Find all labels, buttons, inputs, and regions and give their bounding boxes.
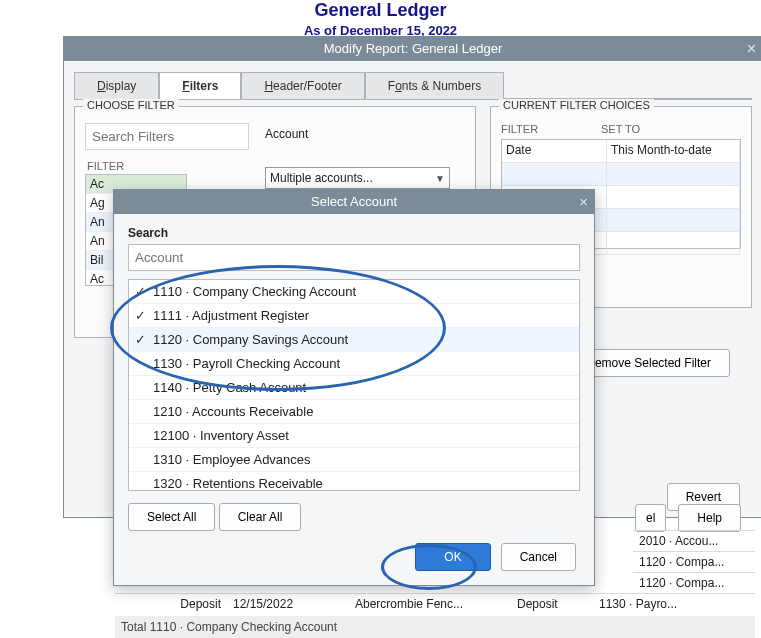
account-label: 1110 · Company Checking Account (153, 284, 356, 299)
account-label: 1320 · Retentions Receivable (153, 476, 323, 491)
checkmark-icon: ✓ (135, 332, 153, 347)
tx-type: Deposit (115, 597, 227, 611)
tab-filters[interactable]: Filters (159, 72, 241, 99)
tx-cell: 1120 · Compa... (633, 572, 755, 593)
account-label: 12100 · Inventory Asset (153, 428, 289, 443)
account-label: 1111 · Adjustment Register (153, 308, 309, 323)
checkmark-icon: ✓ (135, 308, 153, 323)
close-icon[interactable]: × (579, 190, 588, 214)
account-list-item[interactable]: 1320 · Retentions Receivable (129, 472, 579, 491)
tx-type2: Deposit (511, 597, 593, 611)
search-filters-input[interactable] (85, 123, 249, 150)
filter-list-header: FILTER (87, 160, 249, 172)
modify-report-titlebar: Modify Report: General Ledger × (64, 37, 761, 61)
tx-total-row: Total 1110 · Company Checking Account (115, 616, 755, 638)
select-account-titlebar: Select Account × (114, 190, 594, 214)
select-account-title-text: Select Account (311, 194, 397, 209)
account-search-input[interactable] (128, 244, 580, 271)
account-label: 1140 · Petty Cash Account (153, 380, 306, 395)
chevron-down-icon: ▼ (435, 173, 445, 184)
choice-filter-value[interactable]: This Month-to-date (607, 140, 740, 163)
choices-header-filter: FILTER (501, 123, 601, 135)
account-list-item[interactable]: 1210 · Accounts Receivable (129, 400, 579, 424)
report-title: General Ledger (0, 0, 761, 21)
account-label: 1120 · Company Savings Account (153, 332, 348, 347)
choices-header-setto: SET TO (601, 123, 640, 135)
clear-all-button[interactable]: Clear All (219, 503, 302, 531)
account-list-item[interactable]: 1130 · Payroll Checking Account (129, 352, 579, 376)
close-icon[interactable]: × (747, 37, 756, 61)
modify-report-title-text: Modify Report: General Ledger (324, 41, 502, 56)
account-label: 1210 · Accounts Receivable (153, 404, 313, 419)
account-list-item[interactable]: 1310 · Employee Advances (129, 448, 579, 472)
help-button[interactable]: Help (678, 504, 741, 532)
cancel-button-bg[interactable]: el (635, 504, 666, 532)
account-list-item[interactable]: 1140 · Petty Cash Account (129, 376, 579, 400)
search-label: Search (128, 226, 580, 240)
tx-acct: 1130 · Payro... (593, 597, 715, 611)
tab-display[interactable]: DDisplayisplay (74, 72, 159, 99)
cancel-button[interactable]: Cancel (501, 543, 576, 571)
checkmark-icon: ✓ (135, 284, 153, 299)
tab-fonts-numbers[interactable]: Fonts & Numbers (365, 72, 504, 99)
ok-button[interactable]: OK (415, 543, 490, 571)
tx-cell: 1120 · Compa... (633, 551, 755, 572)
tab-strip: DDisplayisplay Filters Header/Footer Fon… (74, 71, 752, 100)
tx-date: 12/15/2022 (227, 597, 349, 611)
account-list[interactable]: ✓1110 · Company Checking Account✓1111 · … (128, 279, 580, 491)
account-label: 1310 · Employee Advances (153, 452, 311, 467)
account-list-item[interactable]: ✓1111 · Adjustment Register (129, 304, 579, 328)
tab-header-footer[interactable]: Header/Footer (241, 72, 364, 99)
account-combo[interactable]: Multiple accounts... ▼ (265, 167, 450, 189)
choice-filter-name[interactable]: Date (502, 140, 607, 163)
account-list-item[interactable]: ✓1120 · Company Savings Account (129, 328, 579, 352)
current-filter-choices-legend: CURRENT FILTER CHOICES (499, 99, 654, 111)
account-list-item[interactable]: 12100 · Inventory Asset (129, 424, 579, 448)
account-list-item[interactable]: ✓1110 · Company Checking Account (129, 280, 579, 304)
tx-name: Abercrombie Fenc... (349, 597, 511, 611)
select-all-button[interactable]: Select All (128, 503, 215, 531)
filter-account-label: Account (265, 127, 450, 141)
account-combo-value: Multiple accounts... (270, 171, 373, 185)
account-label: 1130 · Payroll Checking Account (153, 356, 340, 371)
choose-filter-legend: CHOOSE FILTER (83, 99, 179, 111)
tx-cell: 2010 · Accou... (633, 530, 755, 551)
select-account-window: Select Account × Search ✓1110 · Company … (113, 189, 595, 586)
